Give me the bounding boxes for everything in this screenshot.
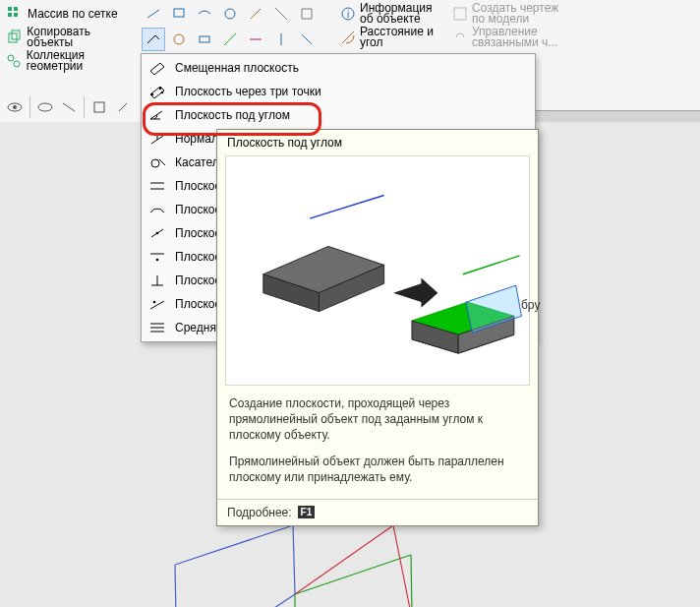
tooltip-footer: Подробнее: F1 (217, 499, 538, 525)
tool-icon[interactable] (193, 28, 216, 51)
ribbon-manage-links: Управление связанными ч... (450, 26, 568, 49)
svg-line-8 (175, 525, 293, 565)
tooltip-footer-label: Подробнее: (227, 506, 292, 519)
visibility-toggle-icon[interactable] (88, 96, 110, 118)
tooltip-body: Создание плоскости, проходящей через пря… (217, 386, 538, 499)
svg-point-34 (159, 88, 161, 90)
ribbon-distance-angle[interactable]: Расстояние и угол (338, 26, 446, 49)
menu-item-label: Плоскость под углом (175, 108, 525, 122)
tool-icon[interactable] (269, 2, 293, 26)
svg-line-2 (295, 555, 411, 594)
svg-point-38 (156, 259, 159, 262)
svg-point-37 (156, 232, 159, 235)
svg-rect-19 (174, 9, 184, 17)
visibility-toggle-icon[interactable] (58, 96, 80, 118)
svg-point-30 (13, 105, 17, 109)
svg-rect-15 (9, 33, 17, 42)
plane-icon (147, 177, 167, 195)
svg-rect-16 (12, 30, 20, 39)
menu-item-offset-plane[interactable]: Смещенная плоскость (142, 56, 535, 80)
tool-icon[interactable] (244, 2, 267, 26)
measure-icon (340, 29, 356, 46)
visibility-toggle-icon[interactable] (112, 96, 134, 118)
plane-icon (147, 130, 167, 148)
svg-marker-44 (393, 278, 438, 308)
tool-icon[interactable] (167, 2, 191, 26)
links-icon (452, 29, 468, 46)
hint-edge-fragment: бру (521, 298, 540, 312)
visibility-toggle-icon[interactable] (4, 96, 26, 118)
tool-icon[interactable] (193, 2, 216, 26)
svg-rect-28 (454, 8, 466, 20)
ribbon-label: Коллекция геометрии (27, 50, 136, 72)
ribbon-array-grid[interactable]: Массив по сетке (4, 2, 138, 26)
tool-icon[interactable] (269, 28, 293, 51)
svg-point-33 (151, 93, 153, 95)
svg-point-35 (161, 91, 163, 93)
plane-icon (147, 248, 167, 266)
info-icon: i (340, 5, 356, 23)
tooltip-paragraph: Создание плоскости, проходящей через пря… (229, 395, 526, 444)
visibility-toggle-icon[interactable] (34, 96, 56, 118)
menu-item-plane-at-angle[interactable]: Плоскость под углом (142, 103, 535, 127)
svg-line-10 (177, 594, 295, 607)
ribbon-copy-objects[interactable]: Копировать объекты (4, 26, 138, 49)
tool-icon[interactable] (295, 28, 319, 51)
tool-icon[interactable] (142, 2, 165, 26)
toolbar-separator (84, 96, 85, 118)
menu-item-label: Смещенная плоскость (175, 61, 525, 75)
tool-icon[interactable] (244, 28, 267, 51)
svg-rect-13 (8, 13, 12, 17)
svg-point-20 (225, 9, 235, 19)
ribbon-label: Копировать объекты (27, 27, 136, 48)
toolbar-separator (29, 96, 30, 118)
plane-icon (147, 201, 167, 218)
tool-icon[interactable] (295, 2, 319, 26)
plane-icon (147, 59, 167, 77)
plane-angle-icon (147, 106, 167, 124)
ribbon-label: Расстояние и угол (360, 27, 444, 48)
plane-icon (147, 153, 167, 171)
tooltip-illustration (225, 155, 530, 386)
svg-text:i: i (347, 9, 349, 20)
ribbon-create-drawing: Создать чертеж по модели (450, 2, 568, 26)
svg-rect-14 (14, 13, 18, 17)
f1-key-badge: F1 (298, 506, 316, 518)
svg-line-43 (310, 195, 384, 218)
plane-icon (147, 295, 167, 313)
tool-icon[interactable] (218, 28, 242, 51)
ribbon-label: Создать чертеж по модели (472, 3, 566, 25)
svg-point-31 (38, 103, 52, 111)
plane-icon (147, 83, 167, 100)
tool-icon[interactable] (218, 2, 242, 26)
svg-line-50 (463, 256, 520, 274)
svg-rect-11 (8, 7, 12, 11)
ribbon-label: Информация об объекте (360, 3, 444, 25)
ribbon-label: Управление связанными ч... (472, 27, 566, 48)
svg-point-39 (153, 301, 156, 304)
ribbon-geometry-collection[interactable]: Коллекция геометрии (4, 49, 138, 73)
svg-rect-12 (14, 7, 18, 11)
svg-line-3 (411, 555, 413, 607)
plane-icon (147, 272, 167, 289)
svg-point-36 (151, 159, 159, 167)
plane-icon (147, 319, 167, 336)
svg-line-6 (295, 525, 393, 594)
svg-rect-22 (200, 36, 209, 42)
svg-line-9 (293, 525, 295, 594)
tooltip-title: Плоскость под углом (217, 130, 538, 155)
copy-icon (6, 29, 23, 46)
grid-array-icon (6, 5, 24, 23)
tool-icon[interactable] (167, 28, 191, 51)
svg-point-21 (174, 34, 184, 44)
svg-point-18 (14, 61, 20, 67)
tooltip-card: Плоскость под углом (216, 129, 539, 526)
collection-icon (6, 52, 23, 70)
ribbon-object-info[interactable]: i Информация об объекте (338, 2, 446, 26)
tool-plane-dropdown[interactable] (142, 28, 165, 51)
svg-point-17 (8, 55, 14, 61)
plane-icon (147, 224, 167, 242)
menu-item-plane-3points[interactable]: Плоскость через три точки (142, 80, 535, 103)
tooltip-paragraph: Прямолинейный объект должен быть паралле… (229, 454, 526, 485)
svg-line-5 (393, 525, 415, 607)
